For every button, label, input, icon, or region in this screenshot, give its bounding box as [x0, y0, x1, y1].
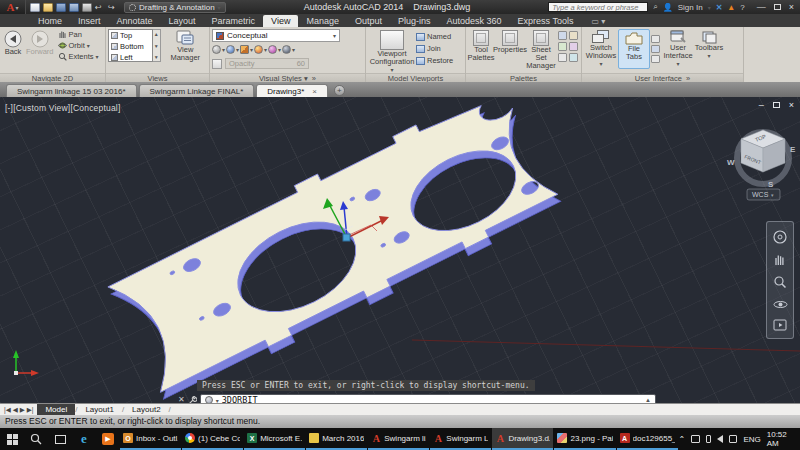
file-tab[interactable]: Swingarm linkage 15 03 2016* — [6, 84, 137, 97]
tab-layout2[interactable]: Layout2 — [124, 404, 168, 416]
task-view-button[interactable] — [48, 428, 72, 450]
plot-icon[interactable] — [82, 3, 92, 12]
network-icon[interactable] — [691, 435, 699, 443]
tab-annotate[interactable]: Annotate — [109, 15, 161, 27]
show-hidden-icons-button[interactable]: ⌃ — [679, 435, 686, 444]
prev-layout-icon[interactable]: ◀ — [13, 406, 18, 414]
view-manager-button[interactable]: View Manager — [164, 29, 207, 63]
opacity-slider[interactable]: Opacity 60 — [225, 58, 309, 69]
taskbar-item-chrome[interactable]: (1) Cebe Co... — [182, 428, 243, 450]
panel-title[interactable]: Navigate 2D — [0, 73, 105, 82]
viewport-controls-label[interactable]: [-][Custom View][Conceptual] — [5, 103, 121, 113]
first-layout-icon[interactable]: |◀ — [4, 406, 11, 414]
close-tab-icon[interactable]: × — [312, 87, 317, 96]
view-cube[interactable]: W S E TOP FRONT WCS ▾ — [727, 130, 796, 200]
panel-title[interactable]: Palettes — [466, 73, 581, 82]
file-tabs-button[interactable]: File Tabs — [618, 29, 650, 69]
wcs-dropdown[interactable]: WCS — [752, 191, 769, 198]
media-app-button[interactable]: ▶ — [96, 428, 120, 450]
next-layout-icon[interactable]: ▶ — [20, 406, 25, 414]
switch-windows-button[interactable]: Switch Windows▾ — [584, 29, 618, 69]
new-file-icon[interactable] — [30, 3, 40, 12]
new-tab-button[interactable]: + — [334, 85, 345, 96]
language-indicator[interactable]: ENG — [743, 435, 760, 444]
taskbar-item-notes[interactable]: March 2016... — [306, 428, 367, 450]
app-menu-button[interactable]: A▾ — [0, 0, 26, 14]
show-motion-icon[interactable] — [773, 319, 787, 331]
edge-style-icon[interactable] — [212, 45, 221, 54]
view-list-scrollbar[interactable]: ▲ ▼ ▼ — [153, 29, 161, 62]
forward-button[interactable]: Forward — [24, 29, 56, 62]
properties-button[interactable]: Properties — [494, 29, 526, 71]
zoom-icon[interactable] — [773, 275, 787, 289]
panel-title[interactable]: Views — [106, 73, 209, 82]
start-button[interactable] — [0, 428, 24, 450]
tab-plugins[interactable]: Plug-ins — [390, 15, 439, 27]
doc-close-button[interactable]: × — [789, 100, 794, 110]
file-tab[interactable]: Swingarm Linkage FINAL* — [139, 84, 255, 97]
tab-manage[interactable]: Manage — [298, 15, 347, 27]
workspace-switcher[interactable]: Drafting & Annotation ▾ — [124, 2, 226, 13]
environment-icon[interactable] — [226, 45, 235, 54]
view-list-item[interactable]: Top — [109, 30, 152, 41]
drawing-viewport[interactable]: W S E TOP FRONT WCS ▾ [-][Custom View][C… — [0, 97, 800, 403]
file-tab-active[interactable]: Drawing3* × — [256, 84, 328, 97]
panel-title[interactable]: Model Viewports — [366, 73, 465, 82]
tool-palettes-button[interactable]: Tool Palettes — [468, 29, 494, 71]
panel-title[interactable]: Visual Styles ▾ » — [210, 73, 365, 82]
palette-icon[interactable] — [558, 53, 567, 62]
xray-icon[interactable] — [268, 45, 277, 54]
close-command-icon[interactable]: ✕ — [178, 395, 185, 403]
join-viewports-button[interactable]: Join — [416, 43, 453, 54]
toolbars-button[interactable]: Toolbars▾ — [695, 29, 723, 69]
minimize-button[interactable]: — — [757, 2, 766, 12]
orbit-icon[interactable] — [773, 298, 788, 311]
undo-icon[interactable]: ↩ — [95, 3, 105, 12]
taskbar-item-outlook[interactable]: O Inbox - Outl... — [120, 428, 181, 450]
exchange-apps-icon[interactable]: ✕ — [716, 3, 723, 12]
pan-button[interactable]: Pan — [58, 29, 99, 40]
expand-icon[interactable]: ▼ — [154, 54, 159, 60]
doc-minimize-button[interactable]: – — [759, 100, 764, 110]
full-navigation-wheel-icon[interactable] — [772, 229, 788, 245]
save-as-icon[interactable] — [69, 3, 79, 12]
sign-in-link[interactable]: Sign In — [678, 3, 703, 12]
palette-icon[interactable] — [558, 42, 567, 51]
view-list-item[interactable]: Bottom — [109, 41, 152, 52]
tab-layout[interactable]: Layout — [161, 15, 204, 27]
doc-restore-button[interactable] — [773, 102, 780, 108]
tab-insert[interactable]: Insert — [70, 15, 109, 27]
tab-output[interactable]: Output — [347, 15, 390, 27]
shadows-icon[interactable] — [282, 45, 291, 54]
view-list[interactable]: Top Bottom Left — [108, 29, 153, 62]
taskbar-item-paint[interactable]: 23.png - Pai... — [554, 428, 615, 450]
named-viewports-button[interactable]: Named — [416, 31, 453, 42]
lighting-icon[interactable] — [254, 45, 263, 54]
sheet-set-manager-button[interactable]: Sheet Set Manager — [526, 29, 556, 71]
save-icon[interactable] — [56, 3, 66, 12]
close-button[interactable]: × — [789, 2, 794, 12]
tab-autodesk-360[interactable]: Autodesk 360 — [439, 15, 510, 27]
taskbar-item-excel[interactable]: X Microsoft E... — [244, 428, 305, 450]
tab-view[interactable]: View — [263, 15, 298, 27]
open-file-icon[interactable] — [43, 3, 53, 12]
tab-layout1[interactable]: Layout1 — [77, 404, 121, 416]
search-binoculars-icon[interactable]: ⌕ — [653, 2, 657, 12]
plate-top-face[interactable] — [105, 97, 562, 399]
ribbon-display-toggle-icon[interactable]: ▭ ▾ — [591, 17, 605, 27]
viewcube-south-label[interactable]: S — [768, 180, 774, 189]
viewport-configuration-button[interactable]: Viewport Configuration▾ — [368, 29, 416, 75]
back-button[interactable]: Back — [2, 29, 24, 62]
panel-title[interactable]: User Interface » — [582, 73, 743, 82]
command-input[interactable]: ▾ 3DORBIT ▲ — [200, 394, 656, 404]
taskbar-item-autocad-1[interactable]: A Swingarm li... — [368, 428, 429, 450]
action-center-icon[interactable] — [729, 435, 737, 443]
tab-express-tools[interactable]: Express Tools — [510, 15, 582, 27]
battery-icon[interactable] — [706, 435, 711, 443]
ui-mini-icon[interactable] — [651, 45, 660, 53]
help-icon[interactable]: ? — [740, 3, 744, 12]
search-input[interactable] — [548, 2, 648, 12]
visual-style-dropdown[interactable]: Conceptual ▾ — [212, 29, 340, 42]
volume-icon[interactable] — [717, 435, 723, 443]
clock[interactable]: 10:52 AM — [767, 430, 794, 448]
